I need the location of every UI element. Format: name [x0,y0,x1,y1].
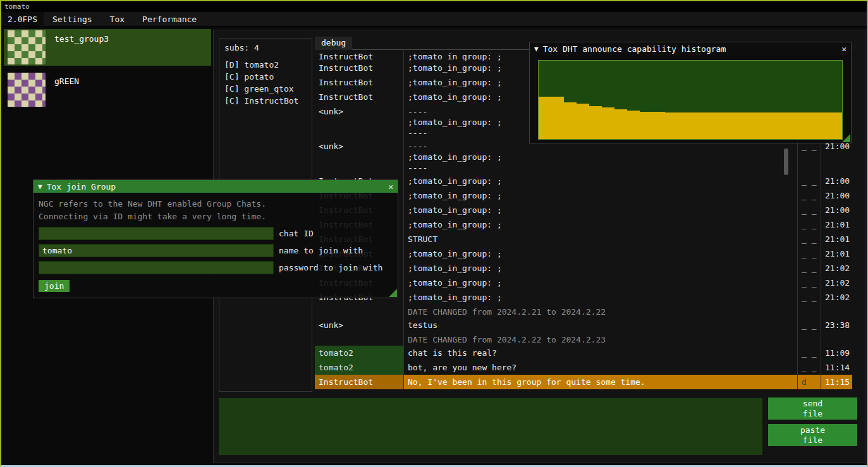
collapse-icon[interactable]: ▼ [534,45,539,53]
chat-row: <unk> ---- ;tomato_in_group: ; ---- _ _ … [315,139,852,174]
file-buttons: send file paste file [768,397,857,451]
message-text: ;tomato_in_group: ; [403,217,797,232]
date-changed-row: DATE CHANGED from 2024.2.21 to 2024.2.22 [315,305,852,318]
message-text: No, I've been in this group for quite so… [403,375,797,389]
window-title: Tox DHT announce capability histogram [543,44,726,54]
date-changed-text: DATE CHANGED from 2024.2.21 to 2024.2.22 [403,305,797,318]
chat-row: <unk> testus _ _ 23:38 [315,318,852,332]
fps-indicator: 2.0FPS [1,12,44,26]
message-status: _ _ [797,318,821,332]
message-text: ;tomato_in_group: ; [403,188,797,203]
message-status: _ _ [797,290,821,305]
message-author: <unk> [315,104,403,139]
message-author [315,332,403,346]
chat-id-input[interactable] [39,227,274,240]
message-status: _ _ [797,246,821,261]
menu-performance[interactable]: Performance [133,12,205,26]
message-author: InstructBot [315,61,403,75]
window-title: tomato [4,3,30,11]
chat-id-label: chat ID [274,229,314,238]
message-time: 21:00 [821,203,852,217]
message-status: _ _ [797,346,821,360]
message-text: STRUCT [403,232,797,246]
chat-id-row: chat ID [39,227,393,240]
sidebar-item-test_group3[interactable]: test_group3 [4,29,211,66]
message-text: ;tomato_in_group: ; [403,290,797,305]
join-password-input[interactable] [39,261,274,274]
message-time: 11:14 [821,360,852,375]
group-label: test_group3 [49,29,114,49]
message-time: 21:02 [821,261,852,276]
message-author: InstructBot [315,49,403,61]
message-time: 21:01 [821,217,852,232]
message-author: <unk> [315,139,403,174]
chat-row-highlighted: InstructBot No, I've been in this group … [315,375,852,389]
collapse-icon[interactable]: ▼ [38,183,42,191]
group-label: gREEN [49,71,84,91]
subscriber-potato[interactable]: [C] potato [224,71,307,83]
group-avatar-icon [8,30,46,64]
message-time [821,332,852,346]
os-titlebar: tomato [1,1,867,12]
message-status: _ _ [797,139,821,174]
menu-settings[interactable]: Settings [44,12,101,26]
message-time: 21:00 [821,174,852,188]
message-text: bot, are you new here? [403,360,797,375]
message-time: 21:01 [821,232,852,246]
menu-tox[interactable]: Tox [101,12,133,26]
message-text: ;tomato_in_group: ; [403,276,797,290]
message-text: ;tomato_in_group: ; [403,246,797,261]
join-name-label: name to join with [274,246,363,255]
window-title: Tox join Group [47,182,116,191]
close-icon[interactable]: ✕ [388,182,393,191]
date-changed-text: DATE CHANGED from 2024.2.22 to 2024.2.23 [403,332,797,346]
resize-grip[interactable] [389,289,397,297]
menu-bar: 2.0FPS Settings Tox Performance [1,12,867,27]
message-status [797,305,821,318]
message-status: _ _ [797,276,821,290]
message-time: 21:02 [821,290,852,305]
message-scrollbar[interactable] [784,149,788,175]
group-sidebar: test_group3 gREEN [4,29,211,114]
sidebar-item-green[interactable]: gREEN [4,71,211,108]
message-text: chat is this real? [403,346,797,360]
message-text: ;tomato_in_group: ; [403,261,797,276]
message-status: d [797,375,821,389]
subscriber-instructbot[interactable]: [C] InstructBot [224,95,307,107]
message-author: InstructBot [315,90,403,104]
message-input[interactable] [219,398,762,455]
message-text: ;tomato_in_group: ; [403,174,797,188]
subscriber-tomato2[interactable]: [D] tomato2 [224,59,307,71]
dht-histogram-body [530,55,851,143]
message-time: 11:15 [821,375,852,389]
join-password-label: password to join with [274,263,382,272]
message-text: ;tomato_in_group: ; [403,203,797,217]
message-time: 21:00 [821,188,852,203]
resize-grip[interactable] [842,134,850,142]
message-author: tomato2 [315,346,403,360]
dht-histogram-plot [538,60,843,140]
message-status: _ _ [797,217,821,232]
join-group-titlebar[interactable]: ▼ Tox join Group ✕ [34,180,398,193]
chat-row: tomato2 chat is this real? _ _ 11:09 [315,346,852,360]
message-text: ---- ;tomato_in_group: ; ---- [403,139,797,174]
join-button[interactable]: join [39,280,70,292]
tab-debug[interactable]: debug [315,37,352,50]
join-name-row: name to join with [39,244,393,257]
send-file-button[interactable]: send file [768,397,857,420]
dht-histogram-titlebar[interactable]: ▼ Tox DHT announce capability histogram … [530,42,851,55]
message-time: 23:38 [821,318,852,332]
app-window: tomato 2.0FPS Settings Tox Performance t… [0,0,868,467]
join-group-window: ▼ Tox join Group ✕ NGC refers to the New… [33,179,398,298]
message-time [821,305,852,318]
group-avatar-icon [8,73,46,107]
message-author: InstructBot [315,75,403,90]
close-icon[interactable]: ✕ [841,44,847,54]
message-time: 21:02 [821,276,852,290]
chat-row: tomato2 bot, are you new here? _ _ 11:14 [315,360,852,375]
join-name-input[interactable] [39,244,274,257]
message-status: _ _ [797,232,821,246]
message-author: <unk> [315,318,403,332]
paste-file-button[interactable]: paste file [768,424,857,446]
subscriber-green_qtox[interactable]: [C] green_qtox [224,83,307,95]
